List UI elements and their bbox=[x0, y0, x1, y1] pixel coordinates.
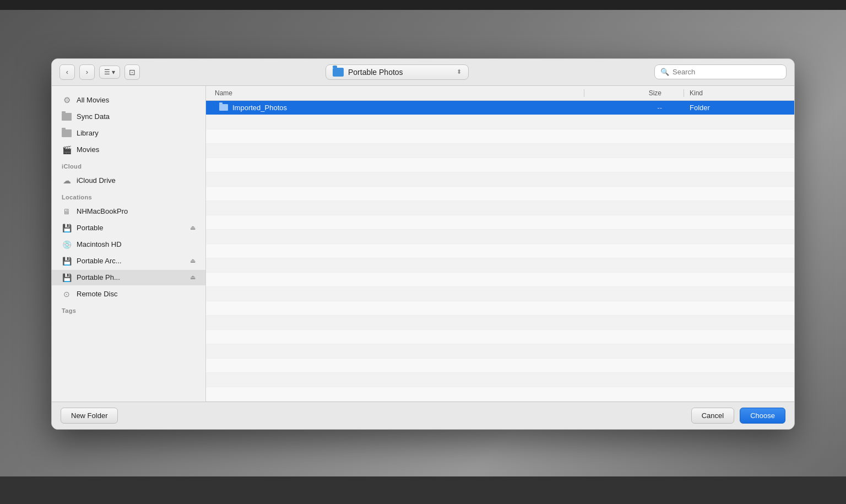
sidebar-item-movies[interactable]: 🎬 Movies bbox=[52, 142, 205, 158]
menu-icon: ☰ bbox=[104, 68, 110, 76]
file-name-label: Imported_Photos bbox=[232, 104, 287, 112]
table-row bbox=[206, 273, 794, 287]
table-row bbox=[206, 258, 794, 273]
location-title: Portable Photos bbox=[348, 68, 403, 77]
folder-icon bbox=[62, 129, 72, 137]
sidebar-item-sync-data[interactable]: Sync Data bbox=[52, 109, 205, 124]
new-folder-icon: ⊡ bbox=[129, 68, 135, 77]
new-folder-toolbar-button[interactable]: ⊡ bbox=[124, 64, 140, 80]
dialog-overlay: ‹ › ☰ ▾ ⊡ Portable Photos ⬍ bbox=[0, 0, 846, 504]
sidebar-item-nhmacbookpro[interactable]: 🖥 NHMacBookPro bbox=[52, 204, 205, 219]
sidebar-item-portable-ph[interactable]: 💾 Portable Ph... ⏏ bbox=[52, 270, 205, 285]
location-folder-icon bbox=[333, 68, 344, 77]
screen-icon: 🖥 bbox=[63, 207, 70, 216]
disc-icon: ⊙ bbox=[63, 290, 70, 299]
sidebar-item-library[interactable]: Library bbox=[52, 126, 205, 141]
table-row bbox=[206, 201, 794, 215]
file-name-cell: Imported_Photos bbox=[206, 104, 585, 112]
movie-icon: 🎬 bbox=[62, 145, 72, 154]
cloud-icon: ☁ bbox=[63, 176, 71, 186]
action-buttons: Cancel Choose bbox=[691, 408, 785, 424]
dialog-toolbar: ‹ › ☰ ▾ ⊡ Portable Photos ⬍ bbox=[52, 59, 794, 86]
sidebar-item-all-movies[interactable]: ⚙ All Movies bbox=[52, 93, 205, 108]
drive2-icon: 💾 bbox=[62, 257, 72, 265]
col-kind-header[interactable]: Kind bbox=[684, 89, 794, 97]
location-picker[interactable]: Portable Photos ⬍ bbox=[326, 64, 469, 80]
table-row bbox=[206, 344, 794, 359]
hd-icon: 💿 bbox=[62, 240, 72, 249]
table-row[interactable]: Imported_Photos -- Folder bbox=[206, 101, 794, 115]
drive-icon: 💾 bbox=[62, 224, 72, 232]
table-row bbox=[206, 359, 794, 373]
table-row bbox=[206, 330, 794, 344]
table-row bbox=[206, 187, 794, 201]
col-size-header[interactable]: Size bbox=[584, 89, 684, 97]
back-button[interactable]: ‹ bbox=[59, 64, 75, 80]
locations-section-header: Locations bbox=[52, 189, 205, 203]
table-row bbox=[206, 215, 794, 230]
table-row bbox=[206, 230, 794, 244]
location-chevron-icon: ⬍ bbox=[457, 68, 462, 75]
sidebar-item-remote-disc[interactable]: ⊙ Remote Disc bbox=[52, 286, 205, 302]
search-box: 🔍 bbox=[654, 64, 787, 79]
table-row bbox=[206, 287, 794, 301]
gear-icon: ⚙ bbox=[63, 95, 70, 105]
table-row bbox=[206, 373, 794, 387]
table-row bbox=[206, 316, 794, 330]
open-dialog: ‹ › ☰ ▾ ⊡ Portable Photos ⬍ bbox=[51, 58, 795, 430]
file-size-cell: -- bbox=[585, 104, 684, 112]
sidebar-item-icloud-drive[interactable]: ☁ iCloud Drive bbox=[52, 173, 205, 188]
search-input[interactable] bbox=[673, 68, 780, 76]
forward-button[interactable]: › bbox=[79, 64, 95, 80]
bottom-bar: New Folder Cancel Choose bbox=[52, 402, 794, 429]
folder-icon bbox=[62, 113, 72, 121]
back-icon: ‹ bbox=[66, 68, 68, 76]
table-row bbox=[206, 244, 794, 258]
eject-portable-icon[interactable]: ⏏ bbox=[190, 224, 196, 231]
sidebar-item-portable-arc[interactable]: 💾 Portable Arc... ⏏ bbox=[52, 253, 205, 269]
table-row bbox=[206, 144, 794, 158]
search-icon: 🔍 bbox=[660, 68, 669, 76]
table-row bbox=[206, 129, 794, 144]
sidebar-item-portable[interactable]: 💾 Portable ⏏ bbox=[52, 220, 205, 236]
eject-portable-arc-icon[interactable]: ⏏ bbox=[190, 257, 196, 264]
tags-section-header: Tags bbox=[52, 303, 205, 316]
table-row bbox=[206, 115, 794, 129]
column-headers: Name Size Kind bbox=[206, 86, 794, 101]
sidebar-item-macintosh-hd[interactable]: 💿 Macintosh HD bbox=[52, 237, 205, 252]
cancel-button[interactable]: Cancel bbox=[691, 408, 734, 424]
new-folder-button[interactable]: New Folder bbox=[61, 408, 118, 424]
table-row bbox=[206, 158, 794, 172]
menu-chevron-icon: ▾ bbox=[112, 68, 115, 76]
folder-row-icon bbox=[219, 104, 228, 111]
view-menu-button[interactable]: ☰ ▾ bbox=[99, 66, 120, 79]
icloud-section-header: iCloud bbox=[52, 159, 205, 172]
drive3-icon: 💾 bbox=[62, 273, 72, 282]
table-row bbox=[206, 301, 794, 316]
dialog-body: ⚙ All Movies Sync Data Library bbox=[52, 86, 794, 402]
table-row bbox=[206, 387, 794, 402]
forward-icon: › bbox=[86, 68, 88, 76]
main-content: Name Size Kind Imported_Photos -- bbox=[206, 86, 794, 402]
file-kind-cell: Folder bbox=[684, 104, 794, 112]
file-list: Imported_Photos -- Folder bbox=[206, 101, 794, 402]
sidebar: ⚙ All Movies Sync Data Library bbox=[52, 86, 206, 402]
col-name-header[interactable]: Name bbox=[206, 89, 584, 97]
eject-portable-ph-icon[interactable]: ⏏ bbox=[190, 274, 196, 281]
table-row bbox=[206, 172, 794, 187]
choose-button[interactable]: Choose bbox=[740, 408, 785, 424]
